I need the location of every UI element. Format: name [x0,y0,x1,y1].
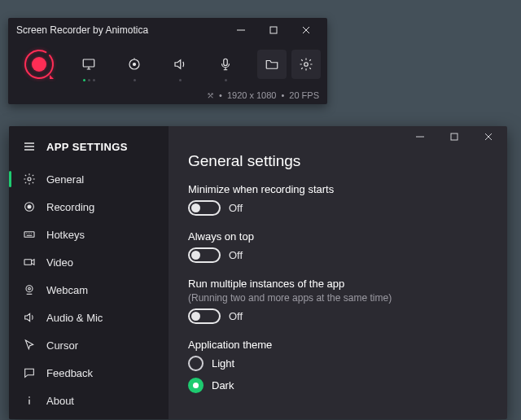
cursor-icon [22,338,37,352]
sidebar-item-label: Audio & Mic [46,312,103,324]
chat-icon [22,365,37,380]
toggle-ontop[interactable] [188,247,221,263]
settings-window: APP SETTINGS General Recording Hotkeys V… [9,126,507,419]
setting-label: Run multiple instances of the app [188,278,488,290]
theme-option-light[interactable]: Light [188,356,488,371]
status-resolution: 1920 x 1080 [227,90,277,100]
settings-body: General settings Minimize when recording… [169,149,507,416]
toggle-state: Off [229,249,243,261]
svg-rect-3 [83,59,94,67]
svg-point-5 [134,63,136,66]
sidebar-item-label: Recording [46,201,94,213]
sidebar-item-recording[interactable]: Recording [9,193,169,221]
setting-multi: Run multiple instances of the app (Runni… [188,278,488,324]
recorder-toolbar [8,42,327,86]
webcam-icon [22,282,37,297]
recorder-title: Screen Recorder by Animotica [16,24,225,36]
hamburger-icon[interactable] [22,139,37,154]
sidebar-item-label: About [46,395,74,407]
toggle-minimize[interactable] [188,200,221,216]
sidebar-item-video[interactable]: Video [9,248,169,276]
setting-ontop: Always on top Off [188,230,488,263]
radio-icon [188,356,204,371]
sidebar-item-label: Video [46,256,73,269]
sidebar: APP SETTINGS General Recording Hotkeys V… [9,126,169,419]
theme-option-dark[interactable]: Dark [188,378,488,393]
toggle-multi[interactable] [188,308,221,324]
setting-label: Application theme [188,339,488,351]
svg-point-14 [28,287,31,290]
svg-rect-6 [224,59,228,65]
toggle-state: Off [229,202,243,214]
settings-titlebar [169,126,507,149]
svg-rect-15 [451,133,458,140]
info-icon [22,393,37,408]
sidebar-header: APP SETTINGS [9,131,169,165]
gear-icon [22,172,37,186]
svg-rect-11 [24,232,34,238]
svg-rect-12 [24,260,32,265]
sidebar-item-audio[interactable]: Audio & Mic [9,304,169,331]
minimize-button[interactable] [403,126,437,147]
close-button[interactable] [471,126,506,147]
speaker-icon [22,310,37,325]
monitor-icon [81,57,96,72]
setting-theme: Application theme Light Dark [188,339,488,393]
sidebar-item-label: Cursor [46,339,78,352]
svg-point-8 [28,177,31,181]
page-title: General settings [188,152,488,170]
setting-minimize: Minimize when recording starts Off [188,183,488,216]
record-icon [22,199,37,214]
svg-rect-0 [270,27,277,33]
svg-point-7 [304,63,309,67]
sidebar-item-label: Hotkeys [46,229,85,241]
mic-button[interactable] [205,44,246,85]
toggle-state: Off [229,310,243,322]
microphone-icon [218,57,233,72]
svg-point-2 [32,57,46,72]
keyboard-icon [22,227,37,242]
gear-icon [299,57,313,72]
recorder-status: ⤱ • 1920 x 1080 • 20 FPS [8,86,327,104]
minimize-button[interactable] [225,19,257,42]
sidebar-item-about[interactable]: About [9,387,169,414]
setting-sublabel: (Running two and more apps at the same t… [188,292,488,304]
recorder-window: Screen Recorder by Animotica [8,18,327,104]
sidebar-item-feedback[interactable]: Feedback [9,359,169,387]
speaker-icon [173,57,187,72]
sidebar-item-label: Webcam [46,284,88,296]
recorder-titlebar: Screen Recorder by Animotica [8,18,327,42]
sidebar-item-label: Feedback [46,367,93,379]
setting-label: Minimize when recording starts [188,183,488,195]
gauge-icon [127,57,142,72]
video-icon [22,255,37,269]
folder-button[interactable] [257,50,287,79]
sidebar-item-general[interactable]: General [9,165,169,193]
sidebar-item-hotkeys[interactable]: Hotkeys [9,221,169,248]
setting-label: Always on top [188,230,488,243]
display-button[interactable] [68,44,109,85]
speaker-button[interactable] [160,44,200,85]
quality-button[interactable] [114,44,155,85]
radio-label: Light [212,357,234,370]
sidebar-item-cursor[interactable]: Cursor [9,331,169,359]
maximize-button[interactable] [437,126,471,147]
settings-main: General settings Minimize when recording… [169,126,507,419]
sidebar-item-label: General [46,173,84,186]
svg-point-13 [26,286,33,292]
record-button[interactable] [15,44,63,85]
folder-icon [265,57,279,72]
svg-point-10 [28,205,31,208]
close-button[interactable] [290,19,322,42]
cursor-indicator-icon: ⤱ [207,90,214,101]
settings-button[interactable] [291,50,321,79]
sidebar-title: APP SETTINGS [46,141,128,153]
status-fps: 20 FPS [289,90,319,100]
radio-icon [188,378,204,393]
sidebar-item-webcam[interactable]: Webcam [9,276,169,304]
maximize-button[interactable] [257,19,290,42]
radio-label: Dark [212,379,234,392]
